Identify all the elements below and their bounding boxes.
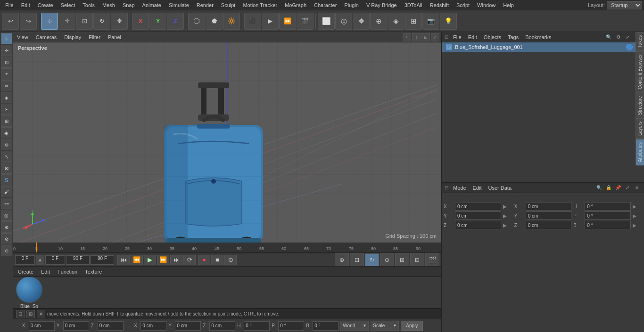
attr-b-field[interactable]: 0 ° xyxy=(585,221,631,229)
undo-button[interactable]: ↩ xyxy=(2,13,19,30)
apply-button[interactable]: Apply xyxy=(401,321,423,331)
attributes-menu-edit[interactable]: Edit xyxy=(471,184,484,192)
deformer-button[interactable]: ❖ xyxy=(353,13,370,30)
render-active-view-button[interactable]: 🎬 xyxy=(297,13,314,30)
menu-tools[interactable]: Tools xyxy=(79,1,98,9)
light-button[interactable]: 🔆 xyxy=(223,13,240,30)
coord-x-input[interactable]: 0 cm xyxy=(29,321,55,331)
menu-select[interactable]: Select xyxy=(58,1,79,9)
tab-takes[interactable]: Takes xyxy=(636,32,644,51)
attr-p-field[interactable]: 0 ° xyxy=(585,211,631,220)
material-menu-texture[interactable]: Texture xyxy=(83,268,104,275)
end-frame-input[interactable]: 90 F xyxy=(66,255,90,265)
menu-redshift[interactable]: Redshift xyxy=(427,1,452,9)
render-region-button[interactable]: ⬛ xyxy=(244,13,261,30)
objects-menu-file[interactable]: File xyxy=(451,33,463,41)
current-frame-input[interactable]: 0 F xyxy=(15,255,35,265)
objects-search-btn[interactable]: 🔍 xyxy=(604,33,613,41)
attr-x1-field[interactable]: 0 cm xyxy=(455,202,501,211)
tool-lasso[interactable]: ⌖ xyxy=(1,68,12,80)
cam2-button[interactable]: 📷 xyxy=(422,13,439,30)
menu-mograph[interactable]: MoGraph xyxy=(281,1,310,9)
cube-button[interactable]: ⬜ xyxy=(318,13,335,30)
menu-sculpt[interactable]: Sculpt xyxy=(218,1,239,9)
tool-iron[interactable]: ◉ xyxy=(1,127,12,138)
tool-select[interactable]: ⊹ xyxy=(1,33,12,44)
tool-measure[interactable]: ⊠ xyxy=(1,162,12,174)
scale-dropdown[interactable]: Scale ▼ xyxy=(371,321,399,331)
vp-mode-5[interactable]: ⊞ xyxy=(395,253,409,267)
go-to-start-button[interactable]: ⏮ xyxy=(117,255,130,265)
generator-button[interactable]: ⊕ xyxy=(370,13,387,30)
object-mode-button[interactable]: ⬡ xyxy=(188,13,205,30)
viewport-menu-filter[interactable]: Filter xyxy=(87,33,102,41)
coord-x2-input[interactable]: 0 cm xyxy=(140,321,166,331)
coord-b-input[interactable]: 0 ° xyxy=(313,321,339,331)
vp-mode-2[interactable]: ⊡ xyxy=(350,253,364,267)
attr-x2-field[interactable]: 0 cm xyxy=(526,202,572,211)
attr-expand-btn[interactable]: ⤢ xyxy=(623,184,632,192)
attr-p-arrow[interactable]: ▶ xyxy=(633,213,642,219)
tab-structure[interactable]: Structure xyxy=(636,93,644,119)
tab-attributes[interactable]: Attributes xyxy=(636,139,644,165)
coord-p-input[interactable]: 0 ° xyxy=(278,321,304,331)
material-menu-function[interactable]: Function xyxy=(56,268,79,275)
object-list-item[interactable]: Lo Blue_Softshell_Luggage_001 xyxy=(442,42,644,52)
viewport-menu-view[interactable]: View xyxy=(15,33,30,41)
tool-s[interactable]: S xyxy=(1,174,12,186)
record-button[interactable]: ● xyxy=(198,255,210,265)
timeline-ruler[interactable]: 0 5 10 15 20 25 30 35 40 45 50 55 60 65 … xyxy=(13,243,441,253)
menu-3dtoall[interactable]: 3DToAll xyxy=(401,1,426,9)
rotate-button[interactable]: ↻ xyxy=(93,13,110,30)
object-color-indicator[interactable] xyxy=(626,44,633,50)
vp-maximize[interactable]: ⤢ xyxy=(431,33,439,41)
vp-btn-3[interactable]: ⊡ xyxy=(421,33,430,41)
menu-render[interactable]: Render xyxy=(193,1,217,9)
material-menu-edit[interactable]: Edit xyxy=(39,268,52,275)
menu-snap[interactable]: Snap xyxy=(119,1,138,9)
tool-bridge[interactable]: ⊞ xyxy=(1,115,12,127)
vp-mode-3[interactable]: ↻ xyxy=(365,253,379,267)
tab-layers[interactable]: Layers xyxy=(636,118,644,139)
coord-z-input[interactable]: 0 cm xyxy=(98,321,124,331)
objects-menu-tags[interactable]: Tags xyxy=(506,33,520,41)
axis-y-button[interactable]: Y xyxy=(149,13,166,30)
attr-h-field[interactable]: 0 ° xyxy=(585,202,631,211)
tool-smooth[interactable]: ◎ xyxy=(1,210,12,221)
coord-y2-input[interactable]: 0 cm xyxy=(175,321,201,331)
objects-menu-objects[interactable]: Objects xyxy=(482,33,503,41)
world-dropdown[interactable]: World ▼ xyxy=(340,321,369,331)
prev-frame-button[interactable]: ⏪ xyxy=(131,255,143,265)
poly-button[interactable]: ◈ xyxy=(388,13,405,30)
go-to-end-button[interactable]: ⏭ xyxy=(170,255,182,265)
attributes-menu-mode[interactable]: Mode xyxy=(451,184,468,192)
tool-path[interactable]: ⤣ xyxy=(1,151,12,162)
tool-move[interactable]: ✛ xyxy=(1,45,12,56)
tool-knife[interactable]: ✂ xyxy=(1,104,12,115)
key-button[interactable]: ⊙ xyxy=(224,255,237,265)
vp-mode-6[interactable]: ⊟ xyxy=(410,253,424,267)
attr-y1-field[interactable]: 0 cm xyxy=(455,211,501,220)
grid-button[interactable]: ⊞ xyxy=(405,13,422,30)
menu-plugin[interactable]: Plugin xyxy=(341,1,362,9)
redo-button[interactable]: ↪ xyxy=(20,13,37,30)
coord-h-input[interactable]: 0 ° xyxy=(244,321,270,331)
coord-z2-input[interactable]: 0 cm xyxy=(209,321,235,331)
attr-pin-btn[interactable]: 📌 xyxy=(614,184,622,192)
loop-button[interactable]: ⟳ xyxy=(183,255,196,265)
end-frame-input2[interactable]: 90 F xyxy=(91,255,114,265)
attr-b-arrow[interactable]: ▶ xyxy=(633,223,642,228)
light2-button[interactable]: 💡 xyxy=(440,13,457,30)
attr-y1-arrow[interactable]: ▶ xyxy=(503,213,512,219)
select-mode-button[interactable]: ⊹ xyxy=(41,13,58,30)
objects-settings-btn[interactable]: ⚙ xyxy=(614,33,622,41)
tool-extra2[interactable]: ⊘ xyxy=(1,233,12,244)
viewport-menu-panel[interactable]: Panel xyxy=(106,33,123,41)
viewport-menu-display[interactable]: Display xyxy=(62,33,83,41)
attributes-menu-user-data[interactable]: User Data xyxy=(487,184,514,192)
axis-z-button[interactable]: Z xyxy=(167,13,184,30)
stop-button[interactable]: ■ xyxy=(211,255,223,265)
status-icon-1[interactable]: ⊡ xyxy=(16,310,25,318)
axis-x-button[interactable]: X xyxy=(132,13,149,30)
layout-select[interactable]: Startup Standard xyxy=(607,1,642,9)
